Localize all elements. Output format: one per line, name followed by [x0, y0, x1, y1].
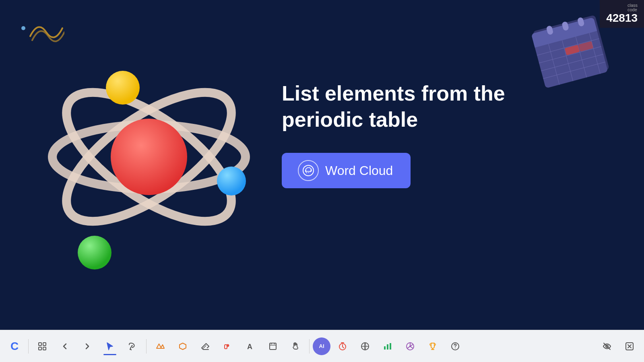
toolbar-sep-2	[146, 339, 147, 354]
class-code-number: 42813	[606, 12, 638, 25]
marker-button[interactable]	[217, 336, 238, 357]
svg-rect-38	[390, 343, 391, 350]
grid-button[interactable]	[32, 336, 53, 357]
help-button[interactable]	[445, 336, 466, 357]
toolbar-sep-3	[309, 339, 310, 354]
atom-illustration	[32, 32, 266, 282]
lasso-button[interactable]	[122, 336, 143, 357]
forward-button[interactable]	[77, 336, 98, 357]
word-cloud-button[interactable]: Word Cloud	[282, 153, 411, 188]
svg-rect-36	[384, 346, 386, 350]
svg-point-25	[303, 165, 314, 176]
svg-rect-29	[43, 347, 46, 350]
text-button[interactable]: A	[240, 336, 261, 357]
eraser-button[interactable]	[195, 336, 216, 357]
svg-rect-28	[39, 347, 41, 350]
trophy-button[interactable]	[422, 336, 443, 357]
word-cloud-button-text: Word Cloud	[325, 163, 393, 178]
svg-point-21	[111, 119, 187, 195]
shape2-tool-button[interactable]	[172, 336, 193, 357]
timer-button[interactable]	[332, 336, 353, 357]
toolbar-sep-1	[28, 339, 29, 354]
svg-rect-27	[43, 343, 46, 346]
ai-button[interactable]: AI	[313, 337, 330, 355]
toolbar: C	[0, 330, 644, 362]
spin-wheel-button[interactable]	[400, 336, 421, 357]
back-button[interactable]	[54, 336, 75, 357]
svg-text:A: A	[247, 343, 252, 351]
question-title: List elements from the periodic table	[282, 80, 564, 133]
chart-button[interactable]	[377, 336, 398, 357]
shape-tool-button[interactable]	[150, 336, 171, 357]
content-right: List elements from the periodic table Wo…	[282, 80, 564, 188]
svg-rect-33	[270, 343, 276, 350]
svg-rect-26	[39, 343, 41, 346]
class-code-label: classcode	[627, 3, 638, 12]
close-button[interactable]	[619, 336, 640, 357]
pointer-button[interactable]	[99, 336, 120, 357]
eye-button[interactable]	[597, 336, 617, 357]
svg-point-22	[106, 71, 140, 105]
word-cloud-icon	[298, 160, 319, 181]
class-code-badge: classcode 42813	[600, 0, 644, 28]
svg-point-0	[21, 26, 25, 30]
logo-button[interactable]: C	[4, 336, 25, 357]
hand-button[interactable]	[285, 336, 306, 357]
svg-point-42	[455, 348, 456, 348]
main-area: classcode 42813	[0, 0, 644, 330]
svg-rect-37	[387, 344, 388, 350]
svg-point-24	[78, 236, 111, 269]
svg-point-40	[409, 346, 411, 347]
svg-rect-31	[225, 345, 227, 349]
svg-point-23	[217, 167, 246, 195]
globe-button[interactable]	[355, 336, 376, 357]
sticky-note-button[interactable]	[262, 336, 283, 357]
